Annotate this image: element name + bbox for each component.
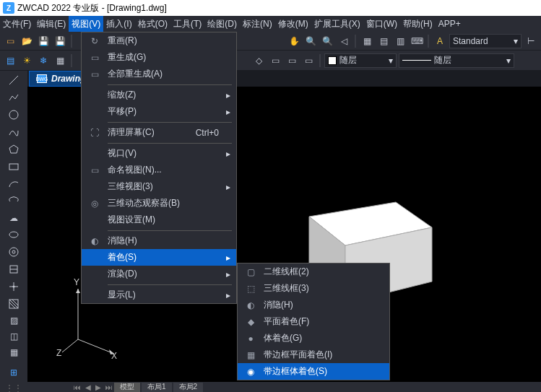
menu-insert[interactable]: 插入(I) [103, 16, 134, 32]
menu-view-viewport[interactable]: 视口(V) ▸ [82, 145, 236, 162]
menu-extend-tools[interactable]: 扩展工具(X) [311, 16, 363, 32]
menu-window[interactable]: 窗口(W) [363, 16, 400, 32]
menu-view-display[interactable]: 显示(L) ▸ [82, 287, 236, 303]
menu-view-settings[interactable]: 视图设置(M) [82, 212, 236, 228]
submenu-gouraud-edge[interactable]: ◉ 带边框体着色(S) [238, 363, 389, 380]
layer-stack-icon[interactable]: ▭ [268, 53, 282, 68]
menu-label: 平面着色(F) [264, 315, 389, 328]
spline-icon[interactable] [6, 126, 22, 139]
text-style-combo[interactable]: Standard ▾ [449, 34, 521, 48]
menu-view-render[interactable]: 渲染(D) ▸ [82, 266, 236, 282]
menu-edit[interactable]: 编辑(E) [34, 16, 69, 32]
menu-label: 视口(V) [108, 147, 236, 160]
zoom-prev-icon[interactable]: ◁ [337, 34, 351, 48]
open-icon[interactable]: 📂 [20, 34, 34, 48]
tab-nav-last-icon[interactable]: ⏭ [105, 383, 113, 391]
ellipsearc-icon[interactable] [6, 195, 22, 208]
save-icon[interactable]: 💾 [36, 34, 51, 48]
calc-icon[interactable]: ⌨ [410, 34, 424, 48]
submenu-wireframe-3d[interactable]: ⬚ 三维线框(3) [238, 280, 389, 297]
ucs-z-label: Z [56, 348, 61, 358]
menu-app[interactable]: APP+ [436, 16, 464, 32]
menu-view-3dorbit[interactable]: ◎ 三维动态观察器(B) [82, 195, 236, 212]
menu-draw[interactable]: 绘图(D) [204, 16, 240, 32]
table-icon[interactable]: ▦ [6, 347, 22, 358]
grid-array-icon[interactable]: ⊞ [6, 367, 22, 378]
submenu-gouraud-shade[interactable]: ● 体着色(G) [238, 330, 389, 347]
polygon-icon[interactable] [6, 143, 22, 156]
layout-tab-model[interactable]: 模型 [114, 383, 140, 392]
revcloud-icon[interactable]: ☁ [6, 212, 22, 224]
point-icon[interactable] [6, 280, 22, 293]
linetype-combo[interactable]: 随层 ▾ [399, 53, 514, 68]
zoom-window-icon[interactable]: 🔍 [320, 34, 334, 48]
menu-label: 二维线框(2) [264, 266, 389, 278]
menu-view-shade[interactable]: 着色(S) ▸ [82, 249, 236, 266]
submenu-arrow-icon: ▸ [226, 107, 230, 117]
menu-tools[interactable]: 工具(T) [170, 16, 204, 32]
menu-file[interactable]: 文件(F) [0, 16, 34, 32]
menu-label: 缩放(Z) [108, 89, 236, 101]
donut-icon[interactable] [6, 245, 22, 258]
rectangle-icon[interactable] [6, 160, 22, 173]
submenu-wireframe-2d[interactable]: ▢ 二维线框(2) [238, 263, 389, 280]
submenu-flat-edge[interactable]: ▦ 带边框平面着色(I) [238, 347, 389, 363]
new-icon[interactable]: ▭ [3, 34, 17, 48]
layer-merge-icon[interactable]: ▦ [53, 53, 67, 68]
menu-view[interactable]: 视图(V) [69, 16, 103, 32]
layout-tab-layout1[interactable]: 布局1 [142, 383, 172, 392]
gradient-icon[interactable]: ▨ [6, 315, 22, 326]
menu-modify[interactable]: 修改(M) [275, 16, 311, 32]
menu-view-zoom[interactable]: 缩放(Z) ▸ [82, 87, 236, 103]
polyline-icon[interactable] [6, 91, 22, 104]
menu-view-named-views[interactable]: ▭ 命名视图(N)... [82, 162, 236, 178]
menu-view-regen[interactable]: ▭ 重生成(G) [82, 49, 236, 66]
saveall-icon[interactable]: 💾 [53, 34, 67, 48]
zoom-realtime-icon[interactable]: 🔍 [303, 34, 318, 48]
pan-icon[interactable]: ✋ [287, 34, 301, 48]
menu-view-pan[interactable]: 平移(P) ▸ [82, 103, 236, 120]
tab-nav-first-icon[interactable]: ⏮ [74, 383, 81, 391]
layer-manager-icon[interactable]: ▤ [3, 53, 17, 68]
layer-freeze-icon[interactable]: ❄ [36, 53, 51, 68]
block-icon[interactable] [6, 263, 22, 276]
submenu-arrow-icon: ▸ [226, 253, 230, 263]
menu-label: 消隐(H) [264, 299, 389, 311]
menu-label: 渲染(D) [108, 268, 236, 280]
svg-line-18 [62, 339, 78, 352]
menu-view-3dview[interactable]: 三维视图(3) ▸ [82, 178, 236, 195]
color-combo[interactable]: 随层 ▾ [324, 53, 397, 68]
layer-sun-icon[interactable]: ☀ [20, 53, 34, 68]
layout-tab-layout2[interactable]: 布局2 [173, 383, 204, 392]
menu-format[interactable]: 格式(O) [135, 16, 170, 32]
submenu-arrow-icon: ▸ [226, 149, 230, 159]
menu-dimension[interactable]: 标注(N) [240, 16, 275, 32]
menu-view-clean-screen[interactable]: ⛶ 清理屏幕(C) Ctrl+0 [82, 124, 236, 141]
gouraud-icon: ● [238, 334, 264, 344]
region-icon[interactable]: ◫ [6, 331, 22, 342]
designcenter-icon[interactable]: ▤ [376, 34, 391, 48]
menu-view-hide[interactable]: ◐ 消隐(H) [82, 232, 236, 249]
menu-help[interactable]: 帮助(H) [400, 16, 436, 32]
menu-label: 重画(R) [108, 35, 236, 47]
namedview-icon: ▭ [82, 165, 108, 175]
ellipse-icon[interactable] [6, 228, 22, 241]
tab-nav-prev-icon[interactable]: ◀ [85, 383, 91, 391]
tab-nav-next-icon[interactable]: ▶ [95, 383, 101, 391]
toolpalette-icon[interactable]: ▥ [393, 34, 407, 48]
dimstyle-icon[interactable]: ⊢ [524, 34, 538, 48]
layer-uniso-icon[interactable]: ▭ [301, 53, 316, 68]
hatch-icon[interactable] [6, 297, 22, 310]
circle-icon[interactable] [6, 108, 22, 121]
menu-view-regen-all[interactable]: ▭ 全部重生成(A) [82, 66, 236, 82]
line-icon[interactable] [6, 74, 22, 87]
submenu-hidden[interactable]: ◐ 消隐(H) [238, 297, 389, 313]
menu-view-redraw[interactable]: ↻ 重画(R) [82, 32, 236, 49]
layer-prev-icon[interactable]: ◇ [251, 53, 266, 68]
toolbar-handle-icon[interactable]: ⋮⋮ [6, 383, 22, 392]
submenu-flat-shade[interactable]: ◆ 平面着色(F) [238, 313, 389, 330]
properties-icon[interactable]: ▦ [360, 34, 374, 48]
menu-label: 带边框体着色(S) [264, 365, 389, 378]
layer-iso-icon[interactable]: ▭ [285, 53, 299, 68]
arc-icon[interactable] [6, 178, 22, 191]
